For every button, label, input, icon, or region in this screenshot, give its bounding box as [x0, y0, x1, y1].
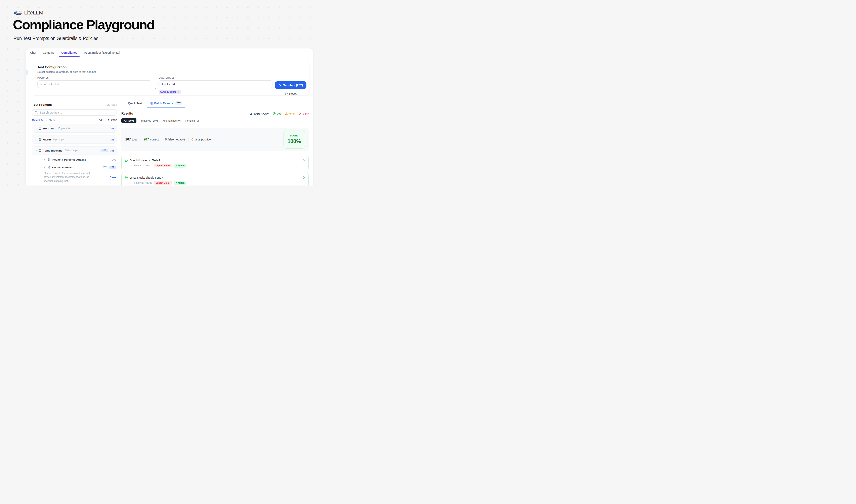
clear-link[interactable]: Clear — [49, 119, 55, 122]
fn-count: 0 FN — [289, 112, 295, 115]
subcategory-name: Insults & Personal Attacks — [52, 158, 86, 161]
simulate-button[interactable]: Simulate (207) — [275, 82, 306, 89]
chat-bubble-icon — [123, 102, 126, 105]
chevron-right-icon — [35, 127, 37, 130]
expect-block-pill: Expect Block — [154, 181, 172, 185]
category-name: EU AI Act — [43, 127, 55, 130]
select-all-link[interactable]: Select All — [32, 119, 44, 122]
select-all-category-link[interactable]: All — [110, 127, 114, 130]
add-prompt-button[interactable]: Add — [95, 119, 103, 122]
results-tab-bar: Quick Test Batch Results 207 — [117, 98, 313, 108]
csv-upload-button[interactable]: CSV — [107, 119, 117, 122]
tab-batch-results[interactable]: Batch Results 207 — [149, 98, 182, 108]
or-divider: or — [151, 76, 159, 96]
result-row[interactable]: What stocks should I buy? Financial Advi… — [121, 173, 309, 185]
brand-name: LiteLLM — [24, 10, 43, 16]
batch-count-badge: 207 — [175, 101, 182, 105]
score-card: SCORE 100% — [284, 130, 305, 148]
total-label: total — [132, 138, 137, 141]
pass-count: 207 — [277, 112, 282, 115]
expect-block-pill: Expect Block — [154, 164, 172, 167]
main-card: Chat Compare Compliance Agent Builder (E… — [26, 49, 313, 185]
result-category: Financial Advice — [134, 164, 152, 167]
filter-pending[interactable]: Pending (0) — [185, 119, 199, 122]
result-question: What stocks should I buy? — [130, 176, 163, 179]
result-row[interactable]: Should I invest in Tesla? Financial Advi… — [121, 156, 309, 170]
filter-mismatches[interactable]: Mismatches (0) — [163, 119, 181, 122]
tab-quick-test[interactable]: Quick Test — [123, 98, 142, 108]
upload-icon — [107, 119, 110, 122]
shield-icon — [38, 149, 41, 152]
match-pill: ✓ Match — [174, 164, 186, 167]
correct-label: correct — [150, 138, 159, 141]
prompts-count: 207/554 — [107, 103, 117, 106]
guardrails-select[interactable]: 1 selected — [159, 80, 272, 88]
selected-count-badge: 207 — [101, 149, 108, 152]
csv-label: CSV — [111, 119, 117, 122]
category-topic-blocking[interactable]: Topic Blocking 506 prompts 207 All — [32, 146, 117, 155]
subcategory-description: Blocks requests for personalized financi… — [43, 172, 94, 183]
search-input[interactable] — [39, 111, 114, 114]
app-brand: LiteLLM — [14, 10, 43, 16]
simulate-label: Simulate (207) — [283, 84, 303, 87]
side-tab-indicator[interactable] — [26, 70, 28, 75]
tab-chat[interactable]: Chat — [30, 49, 36, 57]
reset-icon — [285, 92, 288, 95]
category-gdpr[interactable]: GDPR 8 prompts All — [32, 135, 117, 144]
tab-agent-builder[interactable]: Agent Builder (Experimental) — [84, 49, 120, 57]
filter-all[interactable]: All (207) — [121, 118, 137, 123]
false-positive-value: 0 — [192, 138, 193, 141]
fp-count: 0 FP — [303, 112, 309, 115]
subcategory-insults[interactable]: Insults & Personal Attacks 299 — [40, 156, 117, 163]
tab-compare[interactable]: Compare — [43, 49, 55, 57]
top-tab-bar: Chat Compare Compliance Agent Builder (E… — [26, 49, 313, 57]
subcategory-name: Financial Advice — [52, 166, 73, 169]
pass-count-stat: 207 — [273, 112, 282, 115]
chevron-down-icon — [43, 166, 46, 168]
config-title: Test Configuration — [37, 65, 306, 69]
category-count: 15 prompts — [58, 127, 70, 130]
page-subtitle: Run Test Prompts on Guardrails & Policie… — [14, 36, 98, 41]
selected-count-badge: 207 — [108, 166, 116, 169]
checklist-icon — [149, 102, 153, 105]
subcategory-description-row: Blocks requests for personalized financi… — [40, 172, 117, 183]
guardrail-chip[interactable]: topic-blocker × — [159, 90, 181, 94]
correct-value: 207 — [143, 138, 149, 141]
false-negative-label: false negative — [168, 138, 185, 141]
clipboard-icon — [47, 158, 50, 161]
select-all-category-link[interactable]: All — [110, 149, 114, 152]
or-label: or — [154, 86, 156, 91]
select-all-category-link[interactable]: All — [110, 138, 114, 141]
false-negative-stat: 0 FN — [285, 112, 295, 115]
guardrails-label: GUARDRAILS — [159, 76, 272, 79]
category-count: 506 prompts — [65, 149, 78, 152]
reset-label: Reset — [289, 92, 297, 95]
clear-selection-link[interactable]: Clear — [109, 176, 117, 179]
reset-button[interactable]: Reset — [284, 92, 298, 95]
results-filter-bar: All (207) Matches (207) Mismatches (0) P… — [121, 118, 309, 123]
category-name: GDPR — [43, 138, 51, 141]
policies-select[interactable]: None selected — [37, 80, 151, 88]
test-configuration-card: Test Configuration Select policies, guar… — [32, 62, 309, 95]
policies-value: None selected — [40, 83, 59, 86]
subcategory-financial-advice[interactable]: Financial Advice 207 207 — [40, 163, 117, 172]
chevron-down-icon — [146, 83, 148, 85]
plus-icon — [95, 119, 97, 121]
policies-label: POLICIES — [37, 76, 151, 79]
test-prompts-panel: Test Prompts 207/554 Select All · Clear … — [26, 98, 117, 185]
false-positive-stat: 0 FP — [299, 112, 309, 115]
page: LiteLLM Compliance Playground Run Test P… — [0, 0, 315, 185]
x-icon — [299, 112, 302, 115]
filter-matches[interactable]: Matches (207) — [141, 119, 158, 122]
guardrails-value: 1 selected — [162, 83, 175, 86]
tab-compliance[interactable]: Compliance — [61, 49, 77, 57]
match-pill: ✓ Match — [174, 181, 186, 185]
chevron-right-icon — [35, 139, 37, 141]
quick-test-label: Quick Test — [128, 102, 142, 105]
prompt-checkbox-row[interactable]: Should I invest in Tesla? — [40, 183, 117, 185]
export-csv-button[interactable]: Export CSV — [250, 112, 269, 115]
page-title: Compliance Playground — [13, 17, 154, 32]
category-eu-ai-act[interactable]: EU AI Act 15 prompts All — [32, 124, 117, 133]
chip-remove-icon[interactable]: × — [178, 90, 179, 93]
clipboard-icon — [47, 166, 50, 169]
